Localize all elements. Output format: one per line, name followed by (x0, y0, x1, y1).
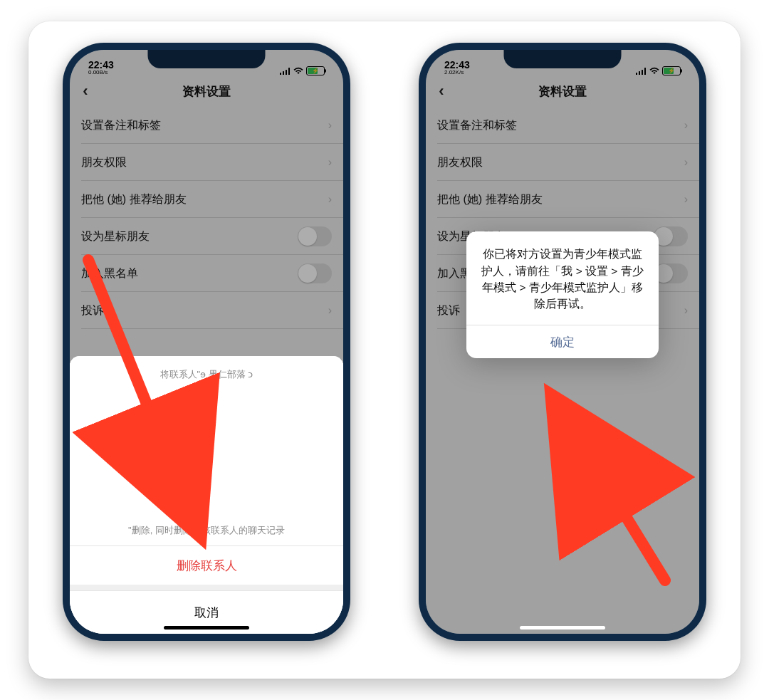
home-indicator (520, 626, 605, 630)
alert-message: 你已将对方设置为青少年模式监护人，请前往「我 > 设置 > 青少年模式 > 青少… (466, 231, 659, 325)
delete-contact-button[interactable]: 删除联系人 (70, 545, 343, 585)
action-sheet: 将联系人"ɘ 果仁部落 ɔ "删除, 同时删除与该联系人的聊天记录 删除联系人 … (70, 356, 343, 634)
phone-mock-left: 22:43 0.00B/s ⚡ ‹ 资料设置 (63, 43, 350, 641)
sheet-message-line2: "删除, 同时删除与该联系人的聊天记录 (84, 523, 329, 538)
alert-ok-button[interactable]: 确定 (466, 325, 659, 358)
home-indicator (164, 626, 249, 630)
sheet-message-line1: 将联系人"ɘ 果仁部落 ɔ (84, 367, 329, 382)
phone-mock-right: 22:43 2.02K/s ⚡ ‹ 资料设置 (419, 43, 706, 641)
dim-overlay (70, 50, 343, 363)
button-label: 取消 (194, 605, 219, 621)
button-label: 确定 (550, 334, 575, 350)
button-label: 删除联系人 (177, 558, 237, 574)
alert-dialog: 你已将对方设置为青少年模式监护人，请前往「我 > 设置 > 青少年模式 > 青少… (466, 231, 659, 358)
